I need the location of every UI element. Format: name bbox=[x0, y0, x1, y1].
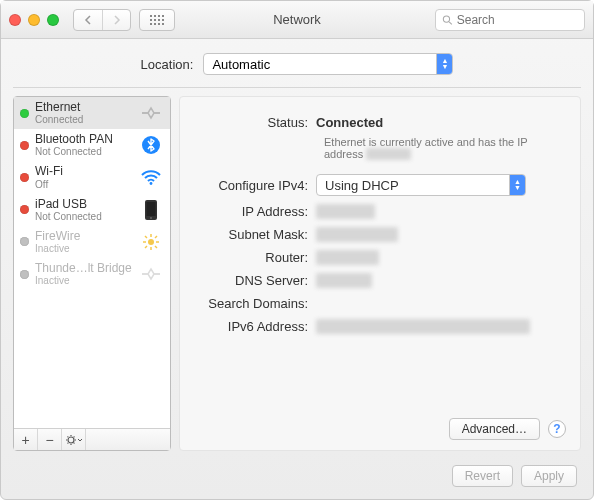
revert-button[interactable]: Revert bbox=[452, 465, 513, 487]
field-value: x x xxx xx bbox=[316, 273, 564, 288]
service-actions-button[interactable] bbox=[62, 429, 86, 450]
redacted-value: xxxx xxxx xxxx x xxxx xxxx xxxx xxxx bbox=[316, 319, 530, 334]
field-label: DNS Server: bbox=[196, 273, 316, 288]
field-value: xxx xxx xx bbox=[316, 204, 564, 219]
service-name: FireWire bbox=[35, 230, 132, 243]
svg-line-13 bbox=[449, 21, 452, 24]
chevron-right-icon bbox=[113, 15, 121, 25]
firewire-icon bbox=[138, 231, 164, 253]
detail-row: Subnet Mask:xxx xxx xxx xx bbox=[196, 223, 564, 246]
svg-rect-8 bbox=[150, 23, 152, 25]
svg-rect-9 bbox=[154, 23, 156, 25]
show-all-button[interactable] bbox=[139, 9, 175, 31]
svg-point-15 bbox=[150, 183, 153, 186]
svg-point-28 bbox=[68, 437, 74, 443]
status-dot-icon bbox=[20, 109, 29, 118]
titlebar: Network bbox=[1, 1, 593, 39]
svg-point-19 bbox=[148, 239, 154, 245]
svg-line-26 bbox=[145, 246, 147, 248]
search-input[interactable] bbox=[457, 13, 578, 27]
field-label: Subnet Mask: bbox=[196, 227, 316, 242]
advanced-button[interactable]: Advanced… bbox=[449, 418, 540, 440]
svg-line-25 bbox=[155, 246, 157, 248]
sidebar-item-wifi[interactable]: Wi-FiOff bbox=[14, 161, 170, 193]
service-status: Inactive bbox=[35, 275, 132, 286]
field-value: xxx xxx x x bbox=[316, 250, 564, 265]
zoom-window-button[interactable] bbox=[47, 14, 59, 26]
search-field[interactable] bbox=[435, 9, 585, 31]
network-pref-window: Network Location: Automatic ▲▼ EthernetC… bbox=[0, 0, 594, 500]
svg-rect-17 bbox=[147, 202, 156, 216]
location-row: Location: Automatic ▲▼ bbox=[1, 39, 593, 87]
service-status: Connected bbox=[35, 114, 132, 125]
grid-icon bbox=[150, 15, 164, 25]
sidebar-item-firewire[interactable]: FireWireInactive bbox=[14, 226, 170, 258]
location-dropdown[interactable]: Automatic ▲▼ bbox=[203, 53, 453, 75]
bluetooth-icon bbox=[138, 134, 164, 156]
svg-rect-3 bbox=[162, 15, 164, 17]
svg-rect-4 bbox=[150, 19, 152, 21]
service-name: Bluetooth PAN bbox=[35, 133, 132, 146]
service-name: Wi-Fi bbox=[35, 165, 132, 178]
status-dot-icon bbox=[20, 270, 29, 279]
status-value: Connected bbox=[316, 115, 383, 130]
sidebar-item-ipad[interactable]: iPad USBNot Connected bbox=[14, 194, 170, 226]
ipad-icon bbox=[138, 199, 164, 221]
detail-row: IPv6 Address:xxxx xxxx xxxx x xxxx xxxx … bbox=[196, 315, 564, 338]
svg-line-34 bbox=[73, 442, 74, 443]
redacted-value: x x xxx xx bbox=[316, 273, 372, 288]
location-label: Location: bbox=[141, 57, 194, 72]
detail-row: Router:xxx xxx x x bbox=[196, 246, 564, 269]
redacted-value: xxx xxx x x bbox=[316, 250, 379, 265]
sidebar-item-bluetooth[interactable]: Bluetooth PANNot Connected bbox=[14, 129, 170, 161]
redacted-value: xxx xxx xx bbox=[316, 204, 375, 219]
search-icon bbox=[442, 14, 453, 26]
apply-button[interactable]: Apply bbox=[521, 465, 577, 487]
chevron-left-icon bbox=[84, 15, 92, 25]
svg-point-18 bbox=[150, 217, 152, 219]
status-dot-icon bbox=[20, 141, 29, 150]
status-dot-icon bbox=[20, 173, 29, 182]
sidebar-item-thunderbolt[interactable]: Thunde…lt BridgeInactive bbox=[14, 258, 170, 290]
configure-ipv4-dropdown[interactable]: Using DHCP ▲▼ bbox=[316, 174, 526, 196]
wifi-icon bbox=[138, 166, 164, 188]
minimize-window-button[interactable] bbox=[28, 14, 40, 26]
svg-rect-10 bbox=[158, 23, 160, 25]
help-button[interactable]: ? bbox=[548, 420, 566, 438]
service-status: Off bbox=[35, 179, 132, 190]
field-value: xxxx xxxx xxxx x xxxx xxxx xxxx xxxx bbox=[316, 319, 564, 334]
svg-line-35 bbox=[67, 442, 68, 443]
status-dot-icon bbox=[20, 205, 29, 214]
sidebar-footer: + − bbox=[14, 428, 170, 450]
ethernet-icon bbox=[138, 102, 164, 124]
svg-rect-6 bbox=[158, 19, 160, 21]
field-label: Search Domains: bbox=[196, 296, 316, 311]
redacted-value: xxx xxx xxx xx bbox=[316, 227, 398, 242]
svg-line-27 bbox=[155, 236, 157, 238]
services-sidebar: EthernetConnectedBluetooth PANNot Connec… bbox=[13, 96, 171, 451]
gear-icon bbox=[65, 434, 83, 446]
field-label: Router: bbox=[196, 250, 316, 265]
forward-button[interactable] bbox=[102, 10, 130, 30]
updown-arrows-icon: ▲▼ bbox=[509, 175, 525, 195]
service-name: Thunde…lt Bridge bbox=[35, 262, 132, 275]
svg-rect-2 bbox=[158, 15, 160, 17]
close-window-button[interactable] bbox=[9, 14, 21, 26]
location-value: Automatic bbox=[212, 57, 270, 72]
remove-service-button[interactable]: − bbox=[38, 429, 62, 450]
add-service-button[interactable]: + bbox=[14, 429, 38, 450]
sidebar-item-ethernet[interactable]: EthernetConnected bbox=[14, 97, 170, 129]
field-label: IPv6 Address: bbox=[196, 319, 316, 334]
back-button[interactable] bbox=[74, 10, 102, 30]
svg-rect-11 bbox=[162, 23, 164, 25]
svg-line-24 bbox=[145, 236, 147, 238]
main-area: EthernetConnectedBluetooth PANNot Connec… bbox=[1, 88, 593, 459]
configure-ipv4-label: Configure IPv4: bbox=[196, 178, 316, 193]
window-footer: Revert Apply bbox=[1, 459, 593, 499]
svg-line-33 bbox=[67, 436, 68, 437]
svg-line-36 bbox=[73, 436, 74, 437]
service-status: Not Connected bbox=[35, 146, 132, 157]
field-value: xxx xxx xxx xx bbox=[316, 227, 564, 242]
service-name: Ethernet bbox=[35, 101, 132, 114]
svg-rect-7 bbox=[162, 19, 164, 21]
